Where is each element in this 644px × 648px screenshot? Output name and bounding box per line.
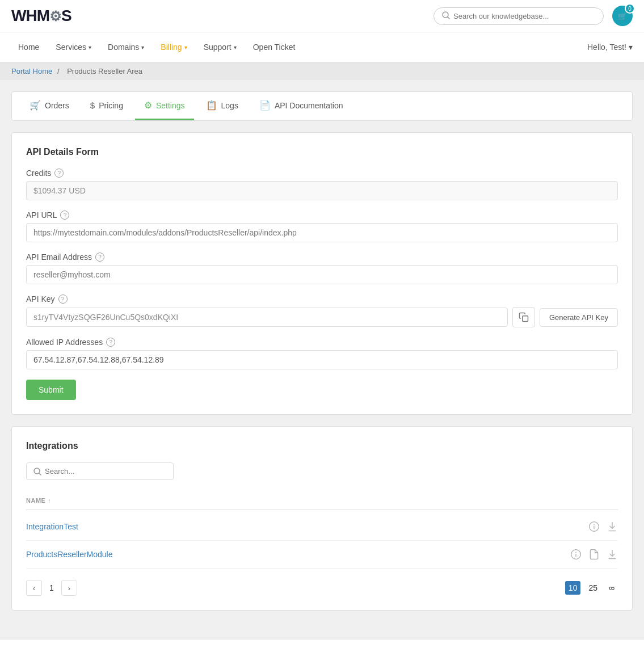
logs-icon: 📋	[206, 100, 217, 111]
api-details-card: API Details Form Credits ? API URL ? API…	[11, 132, 633, 415]
tabs: 🛒 Orders $ Pricing ⚙ Settings 📋 Logs 📄 A…	[11, 91, 633, 121]
integration-name[interactable]: ProductsResellerModule	[26, 550, 113, 559]
breadcrumb-separator: /	[57, 67, 60, 75]
credits-label-row: Credits ?	[26, 169, 618, 178]
table-header: NAME ↑	[26, 491, 618, 510]
breadcrumb-portal[interactable]: Portal Home	[11, 67, 52, 75]
integration-search-wrap[interactable]	[26, 462, 174, 480]
allowed-ip-help-icon[interactable]: ?	[106, 338, 115, 347]
api-url-help-icon[interactable]: ?	[60, 211, 69, 220]
row-actions	[570, 549, 618, 560]
api-url-label-row: API URL ?	[26, 211, 618, 220]
current-page: 1	[47, 583, 57, 592]
logo-text: WHM⚙S	[11, 7, 71, 25]
footer: Powered by WHMCompleteSolution	[0, 639, 644, 648]
api-docs-icon: 📄	[259, 100, 271, 111]
main-content: 🛒 Orders $ Pricing ⚙ Settings 📋 Logs 📄 A…	[0, 80, 644, 633]
allowed-ip-label-row: Allowed IP Addresses ?	[26, 338, 618, 347]
copy-api-key-button[interactable]	[512, 307, 535, 327]
api-key-group: API Key ? Generate API Key	[26, 294, 618, 327]
doc-icon[interactable]	[588, 549, 600, 560]
nav-user-menu[interactable]: Hello, Test! ▾	[587, 43, 633, 52]
page-size-all[interactable]: ∞	[605, 581, 618, 595]
api-url-input[interactable]	[26, 223, 618, 242]
table-row: ProductsResellerModule	[26, 541, 618, 569]
pagination-nav: ‹ 1 ›	[26, 580, 77, 596]
table-row: IntegrationTest	[26, 513, 618, 541]
credits-group: Credits ?	[26, 169, 618, 200]
page-size-25[interactable]: 25	[585, 581, 601, 595]
api-email-input[interactable]	[26, 265, 618, 284]
search-input[interactable]	[453, 12, 595, 20]
api-form-title: API Details Form	[26, 147, 618, 157]
name-column-header[interactable]: NAME ↑	[26, 497, 618, 504]
svg-line-4	[39, 473, 41, 475]
download-icon[interactable]	[607, 521, 618, 532]
settings-icon: ⚙	[144, 100, 152, 111]
header: WHM⚙S 🛒 0	[0, 0, 644, 32]
logo-gear-icon: ⚙	[49, 9, 61, 24]
integrations-card: Integrations NAME ↑ IntegrationTest	[11, 426, 633, 611]
api-email-help-icon[interactable]: ?	[95, 253, 104, 262]
search-icon	[442, 11, 450, 21]
prev-page-button[interactable]: ‹	[26, 580, 42, 596]
credits-help-icon[interactable]: ?	[54, 169, 64, 178]
integrations-title: Integrations	[26, 441, 618, 451]
nav: Home Services ▾ Domains ▾ Billing ▾ Supp…	[0, 32, 644, 62]
next-page-button[interactable]: ›	[61, 580, 77, 596]
credits-input[interactable]	[26, 181, 618, 200]
nav-billing[interactable]: Billing ▾	[154, 32, 193, 62]
tab-orders[interactable]: 🛒 Orders	[20, 92, 78, 120]
user-dropdown-arrow: ▾	[629, 43, 633, 52]
api-key-label: API Key	[26, 294, 55, 304]
nav-open-ticket[interactable]: Open Ticket	[246, 32, 302, 62]
integration-search-input[interactable]	[45, 467, 166, 476]
cart-badge: 0	[625, 3, 635, 14]
tab-logs[interactable]: 📋 Logs	[197, 92, 247, 120]
breadcrumb-current: Products Reseller Area	[67, 67, 142, 75]
allowed-ip-label: Allowed IP Addresses	[26, 338, 103, 347]
credits-label: Credits	[26, 169, 51, 178]
api-url-label: API URL	[26, 211, 57, 220]
api-email-group: API Email Address ?	[26, 253, 618, 284]
api-key-help-icon[interactable]: ?	[58, 294, 68, 304]
api-key-row: Generate API Key	[26, 307, 618, 327]
tab-pricing[interactable]: $ Pricing	[81, 92, 132, 120]
nav-home[interactable]: Home	[11, 32, 46, 62]
tab-api-docs[interactable]: 📄 API Documentation	[250, 92, 352, 120]
nav-support[interactable]: Support ▾	[197, 32, 243, 62]
nav-services[interactable]: Services ▾	[49, 32, 98, 62]
cart-button[interactable]: 🛒 0	[612, 6, 633, 26]
row-actions	[588, 521, 618, 532]
allowed-ip-group: Allowed IP Addresses ?	[26, 338, 618, 369]
domains-dropdown-arrow: ▾	[141, 44, 144, 51]
breadcrumb: Portal Home / Products Reseller Area	[0, 62, 644, 80]
pricing-icon: $	[90, 100, 95, 110]
submit-button[interactable]: Submit	[26, 380, 76, 400]
page-size-10[interactable]: 10	[565, 581, 581, 595]
support-dropdown-arrow: ▾	[234, 44, 237, 51]
info-icon[interactable]	[570, 549, 582, 560]
download-icon[interactable]	[607, 549, 618, 560]
services-dropdown-arrow: ▾	[89, 44, 91, 51]
api-email-label: API Email Address	[26, 253, 92, 262]
billing-dropdown-arrow: ▾	[184, 44, 187, 51]
api-key-input[interactable]	[26, 308, 508, 327]
orders-icon: 🛒	[30, 100, 41, 111]
generate-api-key-button[interactable]: Generate API Key	[540, 308, 618, 327]
info-icon[interactable]	[588, 521, 600, 532]
page-size-options: 10 25 ∞	[565, 581, 618, 595]
allowed-ip-input[interactable]	[26, 350, 618, 369]
pagination: ‹ 1 › 10 25 ∞	[26, 571, 618, 596]
logo: WHM⚙S	[11, 7, 71, 25]
integration-name[interactable]: IntegrationTest	[26, 522, 78, 531]
search-box[interactable]	[433, 7, 604, 25]
svg-rect-2	[523, 316, 528, 322]
api-email-label-row: API Email Address ?	[26, 253, 618, 262]
tab-settings[interactable]: ⚙ Settings	[135, 92, 194, 120]
integrations-search	[26, 462, 618, 480]
header-right: 🛒 0	[433, 6, 633, 26]
svg-line-1	[448, 17, 449, 19]
nav-domains[interactable]: Domains ▾	[101, 32, 151, 62]
integration-search-icon	[33, 468, 41, 476]
